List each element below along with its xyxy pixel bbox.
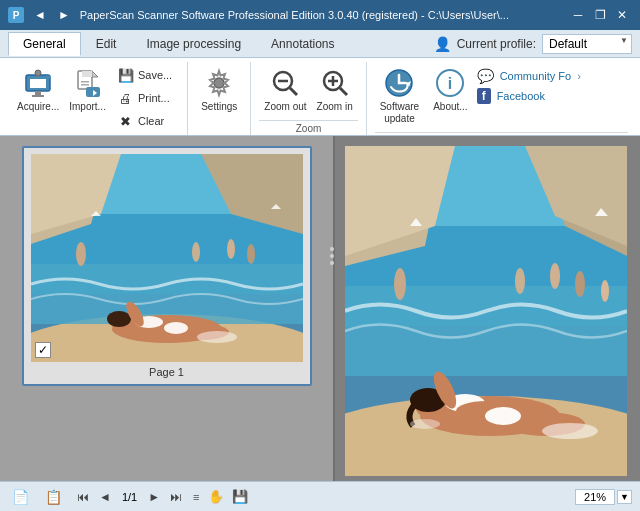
acquire-button[interactable]: Acquire... bbox=[12, 64, 64, 116]
profile-select[interactable]: Default bbox=[542, 34, 632, 54]
zoom-out-icon bbox=[269, 67, 301, 99]
svg-point-68 bbox=[601, 280, 609, 302]
tab-annotations[interactable]: Annotations bbox=[256, 32, 349, 55]
hand-tool-button[interactable]: ✋ bbox=[208, 489, 224, 504]
ribbon-group-zoom: Zoom out Zoom in Zoom bbox=[251, 62, 366, 135]
tab-edit[interactable]: Edit bbox=[81, 32, 132, 55]
acquire-label: Acquire... bbox=[17, 101, 59, 113]
title-bar: P ◄ ► PaperScan Scanner Software Profess… bbox=[0, 0, 640, 30]
facebook-label: Facebook bbox=[497, 90, 545, 102]
clear-icon: ✖ bbox=[118, 113, 134, 129]
next-page-button[interactable]: ► bbox=[145, 489, 163, 505]
svg-point-37 bbox=[164, 322, 188, 334]
svg-point-34 bbox=[107, 311, 131, 327]
thumbnail-image: ✓ bbox=[31, 154, 303, 362]
tab-general[interactable]: General bbox=[8, 32, 81, 56]
info-links: 💬 Community Fo › f Facebook bbox=[477, 64, 581, 104]
settings-button[interactable]: Settings bbox=[196, 64, 242, 116]
window-title: PaperScan Scanner Software Professional … bbox=[80, 9, 509, 21]
restore-button[interactable]: ❐ bbox=[590, 5, 610, 25]
clear-label: Clear bbox=[138, 115, 164, 127]
community-icon: 💬 bbox=[477, 68, 494, 84]
svg-rect-4 bbox=[35, 91, 41, 95]
prev-page-button[interactable]: ◄ bbox=[96, 489, 114, 505]
zoom-value-display: 21% bbox=[575, 489, 615, 505]
acquire-icon bbox=[22, 67, 54, 99]
community-label: Community Fo bbox=[500, 70, 572, 82]
about-icon: i bbox=[434, 67, 466, 99]
add-page-button[interactable]: 📋 bbox=[41, 487, 66, 507]
page-label: Page 1 bbox=[149, 366, 184, 378]
zoom-out-label: Zoom out bbox=[264, 101, 306, 113]
svg-point-60 bbox=[485, 407, 521, 425]
nav-forward-button[interactable]: ► bbox=[54, 6, 74, 24]
about-label: About... bbox=[433, 101, 467, 113]
page-count-icon: ≡ bbox=[193, 491, 199, 503]
zoom-in-icon bbox=[319, 67, 351, 99]
svg-marker-7 bbox=[92, 71, 98, 77]
svg-point-65 bbox=[550, 263, 560, 289]
svg-point-41 bbox=[247, 244, 255, 264]
ribbon-group-settings: Settings x bbox=[188, 62, 251, 135]
page-checkbox[interactable]: ✓ bbox=[35, 342, 51, 358]
import-button[interactable]: Import... bbox=[64, 64, 111, 116]
status-bar: 📄 📋 ⏮ ◄ 1/1 ► ⏭ ≡ ✋ 💾 21% ▼ bbox=[0, 481, 640, 511]
svg-rect-8 bbox=[82, 71, 92, 77]
import-icon bbox=[72, 67, 104, 99]
content-small-buttons: 💾 Save... 🖨 Print... ✖ Clear bbox=[111, 64, 179, 132]
svg-point-63 bbox=[410, 419, 440, 429]
save-label: Save... bbox=[138, 69, 172, 81]
close-button[interactable]: ✕ bbox=[612, 5, 632, 25]
svg-point-13 bbox=[214, 78, 224, 88]
community-link[interactable]: 💬 Community Fo › bbox=[477, 68, 581, 84]
ribbon-tabs-bar: General Edit Image processing Annotation… bbox=[0, 30, 640, 58]
svg-point-39 bbox=[76, 242, 86, 266]
zoom-dropdown-button[interactable]: ▼ bbox=[617, 490, 632, 504]
drag-dot bbox=[330, 261, 334, 265]
clear-button[interactable]: ✖ Clear bbox=[111, 110, 179, 132]
thumbnail-panel[interactable]: ✓ Page 1 bbox=[0, 136, 335, 481]
zoom-group-label: Zoom bbox=[259, 120, 357, 137]
minimize-button[interactable]: ─ bbox=[568, 5, 588, 25]
drag-dot bbox=[330, 254, 334, 258]
svg-text:i: i bbox=[448, 75, 452, 92]
save-icon: 💾 bbox=[118, 67, 134, 83]
save-status-button[interactable]: 💾 bbox=[232, 489, 248, 504]
about-button[interactable]: i About... bbox=[428, 64, 472, 116]
facebook-link[interactable]: f Facebook bbox=[477, 88, 581, 104]
software-update-button[interactable]: Software update bbox=[375, 64, 424, 128]
zoom-in-button[interactable]: Zoom in bbox=[312, 64, 358, 116]
facebook-icon: f bbox=[477, 88, 491, 104]
software-update-icon bbox=[383, 67, 415, 99]
svg-point-40 bbox=[227, 239, 235, 259]
ribbon-group-content: Acquire... Import... 💾 Save... bbox=[4, 62, 188, 135]
svg-line-20 bbox=[340, 88, 347, 95]
new-doc-button[interactable]: 📄 bbox=[8, 487, 33, 507]
svg-point-3 bbox=[46, 75, 50, 79]
profile-icon: 👤 bbox=[434, 36, 451, 52]
tab-image-processing[interactable]: Image processing bbox=[131, 32, 256, 55]
drag-dot bbox=[330, 247, 334, 251]
last-page-button[interactable]: ⏭ bbox=[167, 489, 185, 505]
save-button[interactable]: 💾 Save... bbox=[111, 64, 179, 86]
svg-rect-1 bbox=[30, 79, 46, 88]
ribbon: Acquire... Import... 💾 Save... bbox=[0, 58, 640, 136]
zoom-controls: 21% ▼ bbox=[575, 489, 632, 505]
app-icon: P bbox=[8, 7, 24, 23]
preview-image bbox=[345, 146, 627, 476]
ribbon-group-info: Software update i About... 💬 Community F… bbox=[367, 62, 636, 135]
svg-rect-10 bbox=[81, 84, 89, 86]
print-button[interactable]: 🖨 Print... bbox=[111, 87, 179, 109]
preview-panel bbox=[335, 136, 640, 481]
panel-drag-handle[interactable] bbox=[330, 247, 334, 265]
svg-point-62 bbox=[542, 423, 598, 439]
svg-line-16 bbox=[290, 88, 297, 95]
print-icon: 🖨 bbox=[118, 90, 134, 106]
first-page-button[interactable]: ⏮ bbox=[74, 489, 92, 505]
zoom-out-button[interactable]: Zoom out bbox=[259, 64, 311, 116]
thumbnail-item[interactable]: ✓ Page 1 bbox=[22, 146, 312, 386]
settings-label: Settings bbox=[201, 101, 237, 113]
main-area: ✓ Page 1 bbox=[0, 136, 640, 481]
svg-rect-9 bbox=[81, 81, 89, 83]
nav-back-button[interactable]: ◄ bbox=[30, 6, 50, 24]
